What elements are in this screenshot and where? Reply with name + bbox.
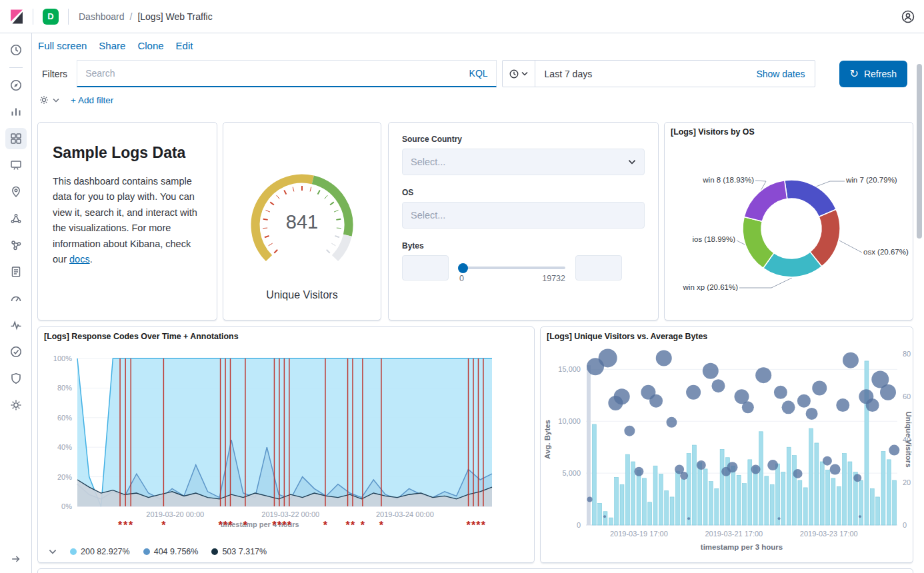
legend-item-200[interactable]: 200 82.927% <box>70 547 130 556</box>
easel-icon <box>9 159 23 172</box>
add-filter-button[interactable]: + Add filter <box>71 95 113 105</box>
refresh-button[interactable]: ↻ Refresh <box>839 61 907 87</box>
edit-button[interactable]: Edit <box>176 40 193 51</box>
svg-text:2019-03-24 00:00: 2019-03-24 00:00 <box>376 510 434 518</box>
share-button[interactable]: Share <box>99 40 125 51</box>
slider-min-label: 0 <box>459 274 464 283</box>
svg-text:100%: 100% <box>53 354 72 362</box>
svg-text:2019-03-21 17:00: 2019-03-21 17:00 <box>705 530 763 538</box>
svg-text:*: * <box>118 520 123 531</box>
sidebar-item-discover[interactable] <box>5 75 27 96</box>
filters-menu-button[interactable]: Filters <box>38 69 77 79</box>
os-select[interactable]: Select... <box>402 202 645 229</box>
legend-dot-503 <box>211 548 218 555</box>
full-screen-button[interactable]: Full screen <box>38 40 87 51</box>
sidebar-item-logs[interactable] <box>5 261 27 283</box>
svg-text:2019-03-19 17:00: 2019-03-19 17:00 <box>610 530 668 538</box>
chevron-down-icon <box>521 71 528 76</box>
svg-text:0: 0 <box>903 521 907 529</box>
docs-link[interactable]: docs <box>69 254 90 265</box>
svg-text:*: * <box>129 520 133 531</box>
sidebar-item-graph[interactable] <box>5 235 27 256</box>
bytes-min-input[interactable] <box>402 255 449 281</box>
sidebar-item-machine-learning[interactable] <box>5 208 27 229</box>
gear-icon <box>9 398 23 412</box>
response-codes-area-chart[interactable]: 0%20%40%60%80%100%2019-03-20 00:002019-0… <box>38 327 535 563</box>
time-range-value[interactable]: Last 7 days <box>535 69 593 79</box>
collapse-arrow-icon <box>10 553 22 565</box>
source-country-select[interactable]: Select... <box>402 149 645 175</box>
show-dates-button[interactable]: Show dates <box>756 69 814 79</box>
bytes-max-input[interactable] <box>575 255 622 281</box>
kql-toggle[interactable]: KQL <box>461 68 496 79</box>
sidebar-item-visualize[interactable] <box>5 101 27 123</box>
kibana-logo[interactable] <box>0 8 33 25</box>
svg-text:80: 80 <box>903 350 911 358</box>
shield-icon <box>9 372 23 385</box>
account-button[interactable] <box>901 9 915 24</box>
sidebar-item-canvas[interactable] <box>5 155 27 176</box>
legend-collapse-icon[interactable] <box>49 549 57 554</box>
panel-unique-visitors-gauge: 841 Unique Visitors <box>223 122 381 320</box>
slider-track[interactable] <box>459 267 565 269</box>
sample-panel-title: Sample Logs Data <box>53 144 202 162</box>
clone-button[interactable]: Clone <box>137 40 163 51</box>
legend-dot-404 <box>143 548 150 555</box>
header-divider <box>68 9 69 25</box>
svg-text:*: * <box>161 520 166 531</box>
donut-label-winxp: win xp (20.61%) <box>674 283 738 291</box>
ml-nodes-icon <box>9 212 23 225</box>
breadcrumb-dashboard-link[interactable]: Dashboard <box>79 11 125 22</box>
svg-text:*: * <box>323 520 328 531</box>
sidebar-item-apm[interactable] <box>5 314 27 336</box>
svg-text:*: * <box>228 520 233 531</box>
legend-item-404[interactable]: 404 9.756% <box>143 547 199 556</box>
panel-title: [Logs] Unique Visitors vs. Average Bytes <box>547 332 707 341</box>
sidebar-item-siem[interactable] <box>5 368 27 389</box>
panel-response-codes: [Logs] Response Codes Over Time + Annota… <box>37 326 535 563</box>
svg-text:*: * <box>379 520 384 531</box>
compass-icon <box>9 79 23 92</box>
svg-text:*: * <box>277 520 282 531</box>
query-bar: Filters KQL Last 7 days Show dates ↻ Ref… <box>38 60 907 87</box>
svg-text:20: 20 <box>903 478 911 486</box>
space-avatar[interactable]: D <box>43 9 59 25</box>
svg-text:2019-03-20 00:00: 2019-03-20 00:00 <box>146 510 204 518</box>
sidebar-item-metrics[interactable] <box>5 288 27 309</box>
time-menu-button[interactable] <box>503 61 535 87</box>
panel-title: [Logs] Response Codes Over Time + Annota… <box>44 332 239 341</box>
app-sidebar <box>0 33 32 573</box>
sidebar-item-management[interactable] <box>5 394 27 416</box>
dashboard-toolbar: Full screen Share Clone Edit <box>38 40 193 51</box>
svg-text:*: * <box>471 520 476 531</box>
sidebar-collapse-button[interactable] <box>10 553 22 565</box>
donut-label-win8: win 8 (18.93%) <box>675 176 754 184</box>
slider-handle[interactable] <box>458 263 468 273</box>
gear-icon[interactable] <box>39 95 49 105</box>
date-picker: Last 7 days Show dates <box>502 60 815 87</box>
donut-label-osx: osx (20.67%) <box>863 248 909 256</box>
svg-text:*: * <box>282 520 287 531</box>
sidebar-item-recently-viewed[interactable] <box>5 39 27 61</box>
panel-sample-logs-data: Sample Logs Data This dashboard contains… <box>37 122 217 320</box>
legend-item-503[interactable]: 503 7.317% <box>211 547 267 556</box>
breadcrumb: Dashboard / [Logs] Web Traffic <box>79 11 213 22</box>
bytes-label: Bytes <box>402 241 645 251</box>
svg-text:timestamp per 3 hours: timestamp per 3 hours <box>701 543 783 551</box>
clock-icon <box>509 69 519 79</box>
bytes-range-slider[interactable]: 0 19732 <box>459 255 565 286</box>
sidebar-item-maps[interactable] <box>5 181 27 203</box>
svg-text:20%: 20% <box>57 473 72 481</box>
sidebar-item-dashboard[interactable] <box>5 128 27 149</box>
svg-text:60%: 60% <box>57 414 72 422</box>
search-input[interactable] <box>77 68 461 79</box>
sidebar-item-uptime[interactable] <box>5 341 27 362</box>
svg-text:10,000: 10,000 <box>558 417 581 425</box>
visitors-vs-bytes-chart[interactable]: 05,00010,00015,0000204060802019-03-19 17… <box>541 327 913 563</box>
chevron-down-icon[interactable] <box>53 98 59 103</box>
page-scrollbar[interactable] <box>917 64 922 239</box>
svg-text:*: * <box>218 520 223 531</box>
panel-visitors-by-os: [Logs] Visitors by OS win 8 (18.93%) win… <box>664 122 913 320</box>
legend-dot-200 <box>70 548 77 555</box>
account-icon <box>901 9 915 24</box>
